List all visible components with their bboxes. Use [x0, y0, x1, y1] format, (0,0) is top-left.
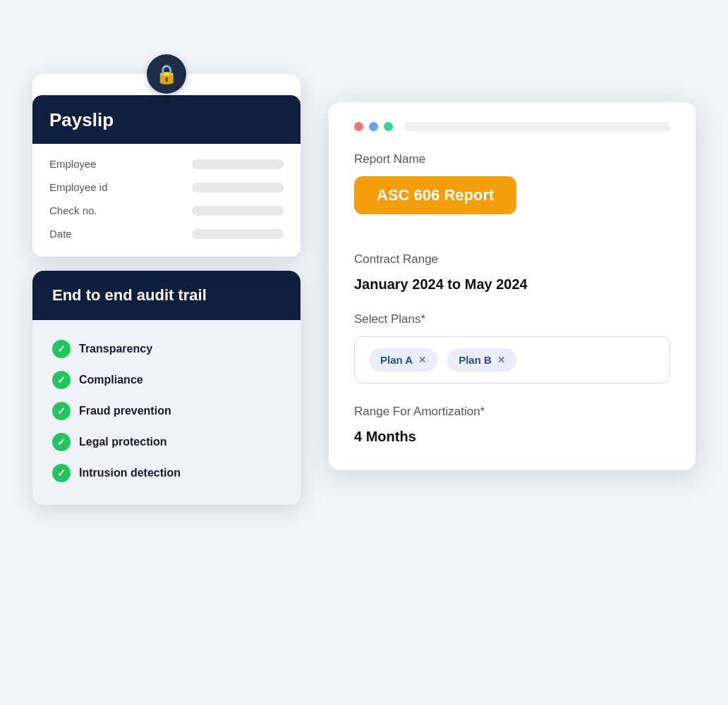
window-dot-blue: [369, 122, 378, 131]
audit-item-intrusion: ✓ Intrusion detection: [52, 464, 281, 482]
window-dot-red: [354, 122, 363, 131]
payslip-bar-employee: [192, 159, 284, 169]
payslip-row-date: Date: [49, 228, 284, 240]
audit-trail-title: End to end audit trail: [52, 286, 207, 304]
audit-item-label-transparency: Transparency: [79, 343, 152, 355]
check-icon-transparency: ✓: [52, 340, 71, 358]
amortization-section: Range For Amortization* 4 Months: [354, 405, 670, 445]
audit-item-label-intrusion: Intrusion detection: [79, 467, 181, 479]
payslip-label-employee: Employee: [49, 158, 97, 170]
window-dot-green: [384, 122, 393, 131]
contract-range-value: January 2024 to May 2024: [354, 276, 670, 293]
payslip-row-checkno: Check no.: [49, 204, 284, 216]
payslip-bar-date: [192, 229, 284, 239]
audit-trail-header: End to end audit trail: [32, 271, 301, 320]
plan-tag-a-remove[interactable]: ✕: [418, 355, 426, 365]
check-icon-compliance: ✓: [52, 371, 71, 389]
plan-tag-b[interactable]: Plan B ✕: [447, 348, 516, 372]
left-column: 🔒 Payslip Employee Employee id Check no.: [32, 74, 301, 505]
payslip-header: Payslip: [32, 95, 301, 144]
plan-tag-b-remove[interactable]: ✕: [497, 355, 505, 365]
payslip-label-checkno: Check no.: [49, 204, 97, 216]
payslip-row-employeeid: Employee id: [49, 181, 284, 193]
report-name-badge: ASC 606 Report: [354, 176, 516, 214]
payslip-row-employee: Employee: [49, 158, 284, 170]
window-chrome: [354, 122, 670, 131]
audit-trail-card: End to end audit trail ✓ Transparency ✓ …: [32, 271, 301, 505]
check-icon-fraud: ✓: [52, 402, 71, 420]
audit-item-compliance: ✓ Compliance: [52, 371, 281, 389]
select-plans-section: Select Plans* Plan A ✕ Plan B ✕: [354, 312, 670, 384]
check-icon-legal: ✓: [52, 433, 71, 451]
plan-tag-b-label: Plan B: [459, 354, 492, 366]
plan-tag-a[interactable]: Plan A ✕: [369, 348, 437, 372]
audit-item-label-compliance: Compliance: [79, 374, 143, 386]
report-card: Report Name ASC 606 Report Contract Rang…: [329, 102, 696, 470]
payslip-bar-checkno: [192, 206, 284, 216]
audit-item-legal: ✓ Legal protection: [52, 433, 281, 451]
check-icon-intrusion: ✓: [52, 464, 71, 482]
window-url-bar: [404, 122, 670, 131]
plans-container: Plan A ✕ Plan B ✕: [354, 336, 670, 384]
audit-item-label-legal: Legal protection: [79, 436, 166, 448]
audit-item-transparency: ✓ Transparency: [52, 340, 281, 358]
report-name-label: Report Name: [354, 152, 670, 166]
amortization-value: 4 Months: [354, 429, 670, 445]
plan-tag-a-label: Plan A: [380, 354, 413, 366]
audit-item-label-fraud: Fraud prevention: [79, 405, 171, 417]
contract-range-section: Contract Range January 2024 to May 2024: [354, 252, 670, 293]
report-name-section: Report Name ASC 606 Report: [354, 152, 670, 235]
payslip-bar-employeeid: [192, 183, 284, 192]
amortization-label: Range For Amortization*: [354, 405, 670, 419]
payslip-card: 🔒 Payslip Employee Employee id Check no.: [32, 74, 301, 257]
audit-item-fraud: ✓ Fraud prevention: [52, 402, 281, 420]
lock-icon: 🔒: [147, 54, 186, 94]
contract-range-label: Contract Range: [354, 252, 670, 266]
payslip-label-employeeid: Employee id: [49, 181, 108, 193]
main-scene: 🔒 Payslip Employee Employee id Check no.: [11, 18, 717, 687]
payslip-title: Payslip: [49, 109, 114, 130]
audit-trail-body: ✓ Transparency ✓ Compliance ✓ Fraud prev…: [32, 320, 301, 505]
payslip-body: Employee Employee id Check no. Date: [32, 144, 301, 257]
select-plans-label: Select Plans*: [354, 312, 670, 326]
payslip-label-date: Date: [49, 228, 72, 240]
